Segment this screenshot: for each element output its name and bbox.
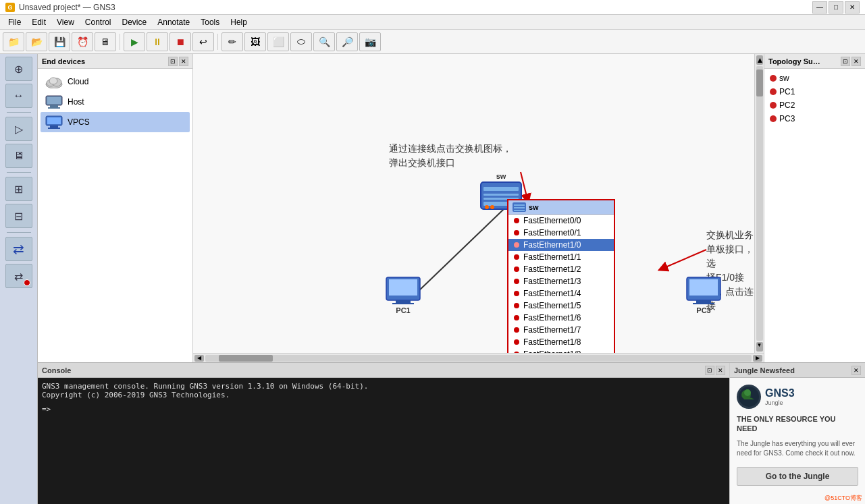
device-list: Cloud Host [38,69,192,362]
jungle-resource-title: THE ONLY RESOURCE YOU NEED [737,414,858,434]
image-button[interactable]: 🖼 [244,32,266,51]
link-button[interactable]: ⇄ [5,237,32,261]
host-icon [45,94,63,109]
hscroll-track[interactable] [205,355,752,362]
add-node-button[interactable]: ▷ [5,117,32,141]
svg-point-22 [485,205,489,209]
vscroll-thumb[interactable] [756,69,763,96]
menu-device[interactable]: Device [117,16,153,28]
jungle-close-button[interactable]: ✕ [851,366,861,375]
server-button[interactable]: 🖥 [95,32,116,51]
svg-rect-34 [514,207,525,208]
canvas-area[interactable]: 通过连接线点击交换机图标，弹出交换机接口 交换机业务单板接口，选择F1/0接口，… [193,54,754,353]
canvas-hscroll[interactable]: ◀ ▶ [193,353,764,362]
go-to-jungle-button[interactable]: Go to the Jungle [737,467,858,486]
hscroll-right[interactable]: ▶ [753,355,762,362]
device-item-vpcs[interactable]: VPCS [41,112,190,132]
select-tool-button[interactable]: ⊕ [5,57,32,81]
reload-button[interactable]: ↩ [192,32,214,51]
open-project-button[interactable]: 📁 [3,32,24,51]
dropdown-item-2[interactable]: FastEthernet1/0 [508,239,614,251]
panel-float-button[interactable]: ⊡ [168,57,178,66]
rect-button[interactable]: ⬜ [267,32,289,51]
port-dot-3 [514,254,519,260]
pc1-node[interactable]: PC1 [386,277,421,314]
open-button[interactable]: 📂 [26,32,47,51]
close-button[interactable]: ✕ [845,1,860,13]
console-body[interactable]: GNS3 management console. Running GNS3 ve… [38,378,729,504]
save-button[interactable]: 💾 [49,32,70,51]
menu-control[interactable]: Control [80,16,117,28]
pc1-icon [386,277,421,305]
dropdown-item-7[interactable]: FastEthernet1/5 [508,300,614,312]
vscroll-track[interactable] [756,66,763,341]
console-button[interactable]: ⊞ [5,177,32,201]
screenshot-button[interactable]: 📷 [359,32,381,51]
maximize-button[interactable]: □ [829,1,843,13]
svg-rect-6 [50,105,58,107]
dropdown-item-5[interactable]: FastEthernet1/3 [508,275,614,287]
hscroll-left[interactable]: ◀ [194,355,204,362]
dropdown-item-3[interactable]: FastEthernet1/1 [508,251,614,263]
menu-help[interactable]: Help [225,16,253,28]
panel-close-button[interactable]: ✕ [179,57,188,66]
dropdown-item-0[interactable]: FastEthernet0/0 [508,215,614,227]
bottom-section: Console ⊡ ✕ GNS3 management console. Run… [38,362,865,504]
topology-controls[interactable]: ⊡ ✕ [841,57,861,66]
dropdown-item-1[interactable]: FastEthernet0/1 [508,227,614,239]
dropdown-item-10[interactable]: FastEthernet1/8 [508,336,614,348]
topo-item-pc3[interactable]: PC3 [767,112,862,125]
menu-file[interactable]: File [3,16,26,28]
topo-item-sw[interactable]: sw [767,72,862,85]
edit-button[interactable]: ✏ [221,32,243,51]
monitor-button[interactable]: 🖥 [5,144,32,168]
console-float-button[interactable]: ⊡ [705,366,714,375]
zoom-in-button[interactable]: 🔍 [313,32,335,51]
pc3-node[interactable]: PC3 [686,277,721,314]
topology-close-button[interactable]: ✕ [851,57,861,66]
dropdown-item-8[interactable]: FastEthernet1/6 [508,312,614,324]
menu-tools[interactable]: Tools [195,16,225,28]
panel-controls[interactable]: ⊡ ✕ [168,57,188,66]
minimize-button[interactable]: — [812,1,827,13]
topo-item-pc1[interactable]: PC1 [767,85,862,99]
svg-point-38 [744,389,751,396]
menu-view[interactable]: View [51,16,80,28]
jungle-body: GNS3 Jungle THE ONLY RESOURCE YOU NEED T… [730,378,865,493]
topo-item-pc2[interactable]: PC2 [767,99,862,112]
interface-dropdown[interactable]: sw FastEthernet0/0 FastEthernet0/1 [507,199,615,353]
aux-button[interactable]: ⊟ [5,204,32,228]
zoom-out-button[interactable]: 🔎 [336,32,358,51]
console-close-button[interactable]: ✕ [716,366,725,375]
dropdown-item-6[interactable]: FastEthernet1/4 [508,287,614,300]
toolbar-separator-2 [217,34,218,50]
canvas-vscroll[interactable]: ▲ ▼ [754,54,764,353]
topology-header: Topology Su… ⊡ ✕ [764,54,865,69]
dropdown-item-9[interactable]: FastEthernet1/7 [508,324,614,336]
topo-dot-pc1 [770,88,777,95]
vscroll-up[interactable]: ▲ [756,55,763,65]
hscroll-thumb[interactable] [219,355,273,362]
topology-float-button[interactable]: ⊡ [841,57,850,66]
dropdown-item-11[interactable]: FastEthernet1/9 [508,348,614,353]
console-panel: Console ⊡ ✕ GNS3 management console. Run… [38,363,730,504]
start-button[interactable]: ▶ [124,32,145,51]
svg-rect-35 [514,210,525,211]
jungle-logo: GNS3 Jungle [737,385,858,409]
menu-edit[interactable]: Edit [26,16,51,28]
device-item-host[interactable]: Host [41,92,190,112]
console-controls[interactable]: ⊡ ✕ [705,366,725,375]
app-icon: G [5,3,15,12]
ellipse-button[interactable]: ⬭ [290,32,312,51]
move-tool-button[interactable]: ↔ [5,84,32,108]
suspend-button[interactable]: ⏸ [147,32,168,51]
dropdown-item-4[interactable]: FastEthernet1/2 [508,263,614,275]
preferences-button[interactable]: ⏰ [72,32,93,51]
vscroll-down[interactable]: ▼ [756,342,763,352]
stop-button[interactable]: ⏹ [169,32,191,51]
svg-line-12 [416,209,504,293]
device-item-cloud[interactable]: Cloud [41,72,190,92]
window-controls[interactable]: — □ ✕ [812,1,860,13]
menu-annotate[interactable]: Annotate [152,16,195,28]
capture-button[interactable]: ⇄ [5,264,32,288]
